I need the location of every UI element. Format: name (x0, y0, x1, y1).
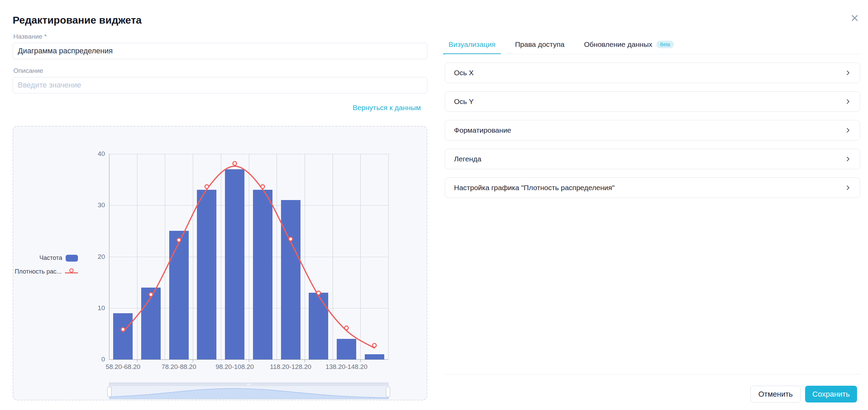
footer-actions: Отменить Сохранить (750, 386, 857, 402)
chevron-right-icon (845, 156, 851, 162)
y-axis-tick-label: 10 (84, 304, 105, 312)
x-gridline (193, 154, 193, 359)
x-axis-tick-label: 118.20-128.20 (262, 363, 320, 371)
accordion-item-label: Настройка графика "Плотность распределен… (454, 184, 615, 192)
density-point-98.20-108.20 (233, 165, 236, 167)
x-axis-tick-label: 78.20-88.20 (150, 363, 208, 371)
accordion-item-density-chart-settings[interactable]: Настройка графика "Плотность распределен… (445, 177, 860, 198)
x-axis-tick (137, 360, 137, 362)
bar-88.20-98.20 (197, 190, 216, 359)
chevron-right-icon (845, 127, 851, 133)
accordion-item-label: Ось X (454, 69, 474, 77)
tab-access-rights[interactable]: Права доступа (510, 34, 570, 54)
accordion-item-axis-x[interactable]: Ось X (445, 63, 860, 83)
x-axis-tick-label: 138.20-148.20 (317, 363, 375, 371)
bar-128.20-138.20 (309, 293, 328, 359)
bar-138.20-148.20 (337, 339, 356, 359)
beta-badge: Beta (656, 41, 674, 48)
accordion-item-label: Ось Y (454, 97, 474, 106)
bar-118.20-128.20 (281, 200, 301, 359)
tab-bar: ВизуализацияПрава доступаОбновление данн… (443, 34, 679, 54)
description-input[interactable] (13, 77, 427, 93)
bar-swatch-icon (66, 255, 78, 262)
bar-108.20-118.20 (253, 190, 272, 359)
x-axis-tick (305, 360, 305, 362)
x-gridline (165, 154, 165, 359)
chart-card: 01020304058.20-68.2078.20-88.2098.20-108… (13, 126, 427, 400)
density-point-148.20-158.20 (373, 347, 375, 349)
legend-item-density[interactable]: Плотность рас... (15, 268, 78, 275)
tab-bar-divider (445, 54, 860, 54)
name-input[interactable] (13, 43, 427, 59)
chevron-right-icon (845, 185, 851, 191)
line-marker-icon (65, 268, 78, 275)
y-axis-tick-label: 0 (84, 356, 105, 363)
datazoom-right-handle[interactable] (386, 387, 390, 397)
x-axis-tick-label: 98.20-108.20 (206, 363, 264, 371)
bar-58.20-68.20 (113, 313, 133, 359)
settings-panel: ВизуализацияПрава доступаОбновление данн… (445, 0, 860, 410)
tab-data-refresh[interactable]: Обновление данныхBeta (579, 34, 679, 54)
slider-grip-icon[interactable] (247, 384, 251, 385)
x-axis-tick (249, 360, 249, 362)
y-axis-line (109, 154, 109, 360)
legend-item-frequency[interactable]: Частота (39, 254, 78, 262)
x-gridline (388, 154, 389, 359)
description-field-label: Описание (13, 67, 43, 75)
tab-label: Визуализация (449, 40, 496, 49)
chevron-right-icon (845, 98, 851, 105)
tab-visualization[interactable]: Визуализация (443, 34, 501, 54)
legend-label-density: Плотность рас... (15, 268, 62, 275)
y-axis-tick-label: 20 (84, 253, 105, 261)
footer-divider (445, 374, 860, 374)
accordion-item-axis-y[interactable]: Ось Y (445, 91, 860, 112)
datazoom-slider[interactable] (109, 383, 388, 399)
datazoom-track[interactable] (109, 383, 388, 386)
x-gridline (137, 154, 137, 359)
x-gridline (277, 154, 277, 359)
x-axis-tick (193, 360, 193, 362)
legend-label-frequency: Частота (39, 254, 62, 262)
cancel-button[interactable]: Отменить (750, 386, 801, 402)
x-axis-tick (360, 360, 361, 362)
x-gridline (360, 154, 361, 359)
x-axis-tick-label: 58.20-68.20 (94, 363, 152, 371)
bar-68.20-78.20 (141, 288, 161, 359)
page-title: Редактирование виджета (13, 14, 142, 26)
x-gridline (249, 154, 249, 359)
datazoom-left-handle[interactable] (107, 387, 111, 397)
density-point-138.20-148.20 (345, 330, 347, 331)
accordion-item-legend[interactable]: Легенда (445, 149, 860, 169)
accordion-item-formatting[interactable]: Форматирование (445, 120, 860, 141)
save-button[interactable]: Сохранить (805, 386, 857, 402)
x-gridline (221, 154, 221, 359)
bar-98.20-108.20 (225, 169, 244, 359)
name-field-label: Название * (13, 33, 47, 40)
back-to-data-link[interactable]: Вернуться к данным (13, 104, 421, 112)
accordion-item-label: Форматирование (454, 126, 511, 134)
x-gridline (333, 154, 333, 359)
tab-label: Обновление данных (584, 40, 652, 49)
y-axis-tick-label: 40 (84, 150, 105, 158)
x-gridline (305, 154, 305, 359)
bar-148.20-158.20 (365, 354, 384, 359)
chevron-right-icon (845, 70, 851, 76)
datazoom-area-preview (109, 386, 389, 399)
accordion-item-label: Легенда (454, 155, 481, 163)
bar-78.20-88.20 (169, 231, 189, 359)
tab-label: Права доступа (515, 40, 565, 49)
y-axis-tick-label: 30 (84, 201, 105, 209)
